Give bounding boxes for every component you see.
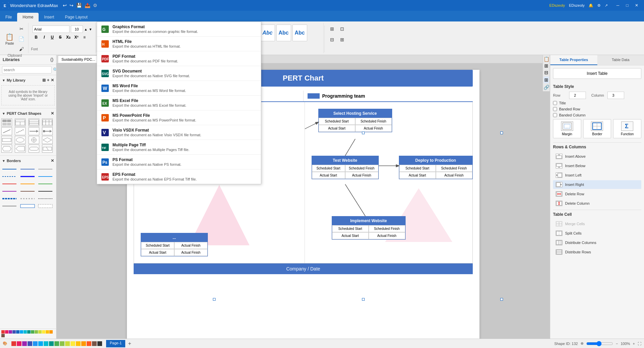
border-17[interactable]	[19, 203, 36, 209]
save-btn[interactable]: 💾	[76, 3, 82, 8]
border-12[interactable]	[37, 188, 53, 195]
fit-page-btn[interactable]: ⛶	[638, 342, 641, 346]
collapse-sidebar-btn[interactable]: ⟨⟩	[50, 57, 53, 62]
merge-cells-btn[interactable]: Merge Cells	[553, 219, 641, 228]
swatch-lime[interactable]	[65, 341, 70, 346]
export-ps[interactable]: Ps PS Format Export the document as Nati…	[97, 155, 261, 169]
style-btn-4[interactable]: Abc	[260, 24, 275, 41]
share-icon[interactable]: ↗	[605, 3, 608, 8]
color-brown[interactable]	[1, 334, 5, 337]
pert-shape-14[interactable]	[15, 145, 26, 153]
doc-tab-1[interactable]: Sustainability PDC... ✕	[58, 55, 103, 63]
tab-page-layout[interactable]: Page Layout	[59, 13, 93, 21]
border-4[interactable]	[1, 173, 17, 180]
border-18[interactable]	[37, 203, 53, 209]
export-btn[interactable]: 📤	[85, 3, 90, 8]
color-red[interactable]	[1, 330, 5, 334]
insert-below-btn[interactable]: Insert Below	[553, 161, 641, 170]
swatch-deep-orange[interactable]	[87, 341, 91, 346]
paste-btn[interactable]: 📋 Paste	[3, 32, 16, 47]
pert-shape-1[interactable]	[1, 118, 12, 127]
swatch-lg[interactable]	[60, 341, 64, 346]
swatch-cyan[interactable]	[44, 341, 48, 346]
pert-shape-10[interactable]	[15, 136, 26, 144]
strikethrough-btn[interactable]: S	[57, 34, 64, 41]
cut-btn[interactable]: ✂	[17, 24, 26, 34]
swatch-pink[interactable]	[17, 341, 21, 346]
pert-shape-15[interactable]	[29, 145, 39, 153]
borders-header[interactable]: ▼ Borders ✕	[0, 157, 56, 164]
notification-icon[interactable]: 🔔	[589, 3, 593, 8]
export-svg[interactable]: SVG SVG Document Export the document as …	[97, 66, 261, 81]
line-btn[interactable]: ⊟	[327, 35, 337, 44]
close-btn[interactable]: ✕	[632, 1, 641, 9]
export-ppt[interactable]: P MS PowerPoint File Export the document…	[97, 110, 261, 125]
pert-shape-7[interactable]	[29, 127, 39, 135]
color-amber[interactable]	[46, 330, 49, 334]
insert-table-btn[interactable]: Insert Table	[553, 68, 641, 79]
swatch-purple[interactable]	[22, 341, 27, 346]
border-8[interactable]	[19, 181, 36, 187]
color-indigo[interactable]	[12, 330, 16, 334]
pert-shapes-header[interactable]: ▼ PERT Chart Shapes ✕	[0, 110, 56, 117]
pert-shape-13[interactable]	[1, 145, 12, 153]
export-eps[interactable]: EPS EPS Format Export the document as Na…	[97, 169, 261, 184]
search-icon[interactable]: 🔍	[53, 67, 56, 72]
export-tiff[interactable]: TIF Multiple Page Tiff Export the docume…	[97, 140, 261, 155]
selection-handle-bm[interactable]	[362, 298, 365, 301]
swatch-yellow[interactable]	[71, 341, 75, 346]
pert-shape-12[interactable]	[42, 136, 53, 144]
split-cells-btn[interactable]: Split Cells	[553, 229, 641, 238]
color-pick-icon[interactable]: 🎨	[3, 341, 7, 346]
table-icon-strip[interactable]: ⊞	[544, 77, 549, 83]
selection-handle-tr[interactable]	[500, 132, 503, 134]
export-menu[interactable]: G Graphics Format Export the document as…	[97, 21, 261, 184]
bold-btn[interactable]: B	[33, 34, 40, 41]
style-btn-5[interactable]: Abc	[276, 24, 291, 41]
font-family-input[interactable]	[33, 26, 70, 33]
selection-handle-br[interactable]	[500, 298, 503, 301]
pert-shape-6[interactable]	[15, 127, 26, 135]
swatch-blue[interactable]	[33, 341, 38, 346]
color-teal[interactable]	[27, 330, 31, 334]
export-word[interactable]: W MS Word File Export the document as MS…	[97, 81, 261, 96]
tab-insert[interactable]: Insert	[39, 13, 59, 21]
border-15[interactable]	[37, 195, 53, 202]
minimize-btn[interactable]: ─	[613, 1, 623, 9]
delete-row-btn[interactable]: Delete Row	[553, 190, 641, 198]
swatch-dark[interactable]	[97, 341, 102, 346]
border-3[interactable]	[37, 166, 53, 172]
col-input[interactable]	[607, 92, 624, 99]
insert-left-btn[interactable]: Insert Left	[553, 171, 641, 180]
pert-shape-4[interactable]	[42, 118, 53, 127]
color-green[interactable]	[31, 330, 34, 334]
properties-icon[interactable]: 📋	[544, 56, 549, 62]
swatch-indigo[interactable]	[28, 341, 32, 346]
distribute-rows-btn[interactable]: Distribute Rows	[553, 248, 641, 256]
node-test-website[interactable]: Test Website Scheduled Start Scheduled F…	[312, 156, 379, 179]
my-library-header[interactable]: ▼ My Library ⊞ + ✕	[0, 77, 56, 84]
grid-icon[interactable]: ⊞	[544, 63, 548, 68]
swatch-red[interactable]	[11, 341, 16, 346]
color-cyan[interactable]	[24, 330, 27, 334]
row-input[interactable]	[569, 92, 586, 99]
border-card[interactable]: Border	[583, 119, 611, 138]
maximize-btn[interactable]: □	[623, 1, 632, 9]
pert-shape-9[interactable]	[1, 136, 12, 144]
format-btn[interactable]: 🖌	[17, 44, 26, 54]
pert-shape-3[interactable]	[29, 118, 39, 127]
font-size-input[interactable]	[71, 26, 83, 33]
zoom-out-btn[interactable]: −	[616, 342, 618, 346]
add-page-btn[interactable]: +	[128, 341, 131, 347]
color-lightgreen[interactable]	[35, 330, 38, 334]
swatch-teal[interactable]	[49, 341, 54, 346]
tab-home[interactable]: Home	[17, 13, 39, 21]
checkbox-title-input[interactable]	[553, 101, 557, 105]
border-14[interactable]	[19, 195, 36, 202]
border-2[interactable]	[19, 166, 36, 172]
underline-btn[interactable]: U	[49, 34, 56, 41]
border-style-btn[interactable]: ⊞	[337, 35, 347, 44]
color-purple[interactable]	[9, 330, 12, 334]
border-6[interactable]	[37, 173, 53, 180]
border-10[interactable]	[1, 188, 17, 195]
